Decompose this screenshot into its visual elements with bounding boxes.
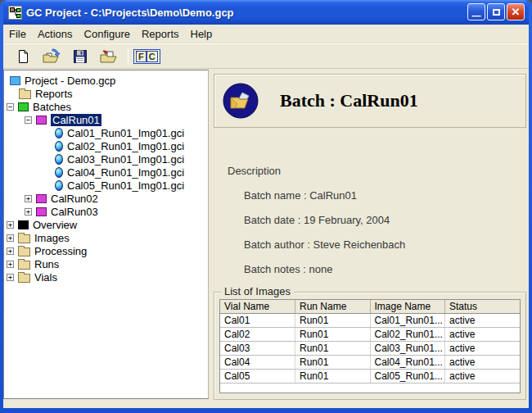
tree-item[interactable]: +Overview	[4, 218, 208, 231]
tree-item-label: CalRun02	[51, 193, 98, 205]
folder-icon	[18, 274, 30, 283]
maximize-button[interactable]	[487, 3, 505, 20]
table-cell: Run01	[295, 314, 371, 328]
table-cell: active	[445, 356, 521, 370]
window-title: GC Project - C:\Projects\Demo\Demo.gcp	[26, 7, 234, 19]
menu-file[interactable]: File	[3, 26, 32, 42]
tree-item[interactable]: +CalRun03	[4, 205, 208, 218]
table-cell: Run01	[295, 328, 371, 342]
tree-item[interactable]: Reports	[4, 87, 208, 100]
toolbar: F C	[3, 43, 529, 69]
table-row[interactable]: Cal02Run01Cal02_Run01...active	[220, 328, 520, 342]
menu-reports[interactable]: Reports	[136, 26, 185, 42]
tree-item-label: Cal02_Run01_Img01.gci	[67, 140, 184, 152]
tree-item-label: Cal01_Run01_Img01.gci	[67, 127, 184, 139]
batch-icon	[36, 116, 47, 125]
table-cell: Cal01	[220, 314, 295, 328]
main-content: Project - Demo.gcpReports−Batches−CalRun…	[3, 69, 529, 408]
table-cell: active	[445, 342, 521, 356]
menu-help[interactable]: Help	[185, 26, 219, 42]
table-cell: Cal05	[220, 370, 295, 384]
folder-icon	[18, 247, 30, 256]
tree-item[interactable]: Cal02_Run01_Img01.gci	[4, 139, 208, 152]
title-bar[interactable]: GC Project - C:\Projects\Demo\Demo.gcp —…	[3, 0, 529, 25]
table-cell: Run01	[295, 356, 371, 370]
tree-item-label: Runs	[34, 258, 59, 270]
expand-icon[interactable]: +	[25, 195, 32, 202]
table-cell: Run01	[295, 342, 371, 356]
tree-item-label: Cal05_Run01_Img01.gci	[67, 179, 184, 192]
tree-item[interactable]: +Images	[4, 231, 208, 244]
collapse-icon[interactable]: −	[7, 103, 14, 111]
new-project-button[interactable]	[11, 46, 34, 67]
collapse-icon[interactable]: −	[25, 116, 32, 124]
tree-item[interactable]: +Processing	[4, 244, 208, 257]
description-label: Description	[228, 159, 405, 184]
batch-author-field: Batch author : Steve Reichenbach	[244, 233, 405, 257]
batch-header: Batch : CalRun01	[214, 74, 526, 128]
minimize-button[interactable]: —	[467, 3, 485, 20]
image-file-icon	[55, 154, 63, 165]
menu-actions[interactable]: Actions	[32, 26, 79, 42]
table-row[interactable]: Cal01Run01Cal01_Run01...active	[220, 314, 520, 328]
tree-item[interactable]: +CalRun02	[4, 192, 208, 205]
menu-configure[interactable]: Configure	[79, 26, 136, 42]
expand-icon[interactable]: +	[7, 221, 14, 229]
column-header[interactable]: Vial Name	[220, 300, 295, 314]
tree-item[interactable]: −Batches	[4, 100, 208, 113]
tree-item-label: Cal04_Run01_Img01.gci	[67, 166, 184, 179]
table-cell: Cal04_Run01...	[370, 356, 445, 370]
tree-item-label: Project - Demo.gcp	[25, 75, 115, 87]
expand-icon[interactable]: +	[7, 274, 14, 281]
tree-item-label: Images	[34, 232, 70, 244]
tree-item[interactable]: Cal01_Run01_Img01.gci	[4, 126, 208, 139]
tree-item-label: Overview	[33, 219, 77, 231]
folder-icon	[18, 261, 30, 270]
table-cell: active	[445, 328, 521, 342]
tree-item[interactable]: Cal04_Run01_Img01.gci	[4, 166, 208, 179]
tree-item[interactable]: +Vials	[4, 270, 208, 284]
expand-icon[interactable]: +	[25, 208, 32, 216]
batch-icon	[36, 194, 47, 203]
column-header[interactable]: Image Name	[370, 300, 445, 314]
expand-icon[interactable]: +	[7, 247, 14, 255]
column-header[interactable]: Run Name	[295, 300, 371, 314]
table-row[interactable]: Cal03Run01Cal03_Run01...active	[220, 342, 520, 356]
table-cell: Cal04	[220, 356, 295, 370]
table-cell: Cal01_Run01...	[370, 314, 445, 328]
images-table-wrap: Vial NameRun NameImage NameStatus Cal01R…	[219, 299, 521, 393]
image-file-icon	[55, 141, 63, 152]
image-file-icon	[55, 128, 63, 138]
tree-item[interactable]: Project - Demo.gcp	[4, 74, 208, 87]
tree-item[interactable]: Cal03_Run01_Img01.gci	[4, 152, 208, 166]
save-icon	[73, 49, 88, 64]
table-cell: Run01	[295, 370, 371, 384]
folder-icon	[19, 90, 31, 99]
open-project-button[interactable]	[40, 46, 63, 67]
toolbar-separator	[128, 48, 128, 66]
close-button[interactable]: ✕	[507, 3, 525, 20]
fc-icon: F C	[133, 49, 160, 64]
tree-item[interactable]: −CalRun01	[4, 113, 208, 126]
tree-item-label: Reports	[35, 88, 73, 100]
close-project-button[interactable]	[97, 46, 120, 67]
save-project-button[interactable]	[69, 46, 92, 67]
tree-item[interactable]: Cal05_Run01_Img01.gci	[4, 179, 208, 192]
tree-item[interactable]: +Runs	[4, 257, 208, 270]
expand-icon[interactable]: +	[7, 261, 14, 268]
tree-item-label: Processing	[34, 245, 87, 257]
tree-item-label: CalRun03	[51, 206, 98, 218]
table-row[interactable]: Cal05Run01Cal05_Run01...active	[220, 370, 520, 384]
description-section: Description Batch name : CalRun01 Batch …	[228, 159, 405, 282]
fc-tool-button[interactable]: F C	[133, 46, 160, 67]
table-cell: Cal03_Run01...	[370, 342, 445, 356]
folder-icon	[18, 234, 30, 243]
batch-title: Batch : CalRun01	[280, 90, 418, 111]
project-tree[interactable]: Project - Demo.gcpReports−Batches−CalRun…	[3, 70, 209, 399]
group-legend: List of Images	[221, 285, 294, 297]
column-header[interactable]: Status	[445, 300, 521, 314]
expand-icon[interactable]: +	[7, 234, 14, 242]
tree-item-label: Batches	[33, 101, 71, 113]
batch-name-field: Batch name : CalRun01	[244, 184, 405, 208]
table-row[interactable]: Cal04Run01Cal04_Run01...active	[220, 356, 520, 370]
